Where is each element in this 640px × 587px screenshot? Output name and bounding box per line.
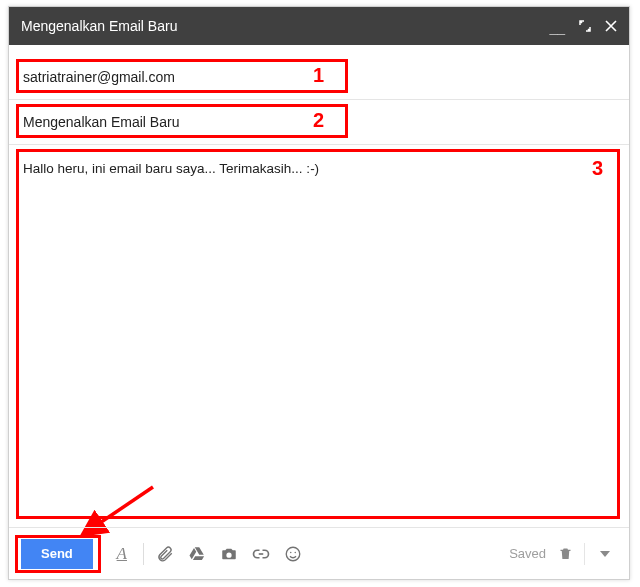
drive-icon[interactable] xyxy=(182,539,212,569)
to-field[interactable] xyxy=(21,62,617,92)
svg-point-3 xyxy=(294,551,296,553)
emoji-icon[interactable] xyxy=(278,539,308,569)
footer-left: Send A xyxy=(21,539,308,569)
footer-right: Saved xyxy=(509,539,617,569)
svg-point-1 xyxy=(286,547,300,561)
to-row: 1 xyxy=(21,55,617,99)
compose-window: Mengenalkan Email Baru __ 1 xyxy=(8,6,630,580)
window-controls: __ xyxy=(549,19,617,33)
minimize-icon[interactable]: __ xyxy=(549,21,565,35)
link-icon[interactable] xyxy=(246,539,276,569)
close-icon[interactable] xyxy=(605,20,617,32)
toolbar-divider xyxy=(143,543,144,565)
titlebar: Mengenalkan Email Baru __ xyxy=(9,7,629,45)
footer: Send A xyxy=(9,527,629,579)
saved-label: Saved xyxy=(509,546,546,561)
window-title: Mengenalkan Email Baru xyxy=(21,18,177,34)
photo-icon[interactable] xyxy=(214,539,244,569)
svg-point-2 xyxy=(290,551,292,553)
body-field[interactable] xyxy=(21,155,617,527)
expand-icon[interactable] xyxy=(579,20,591,32)
body-area: 3 xyxy=(21,145,617,527)
send-button[interactable]: Send xyxy=(21,539,93,569)
attach-icon[interactable] xyxy=(150,539,180,569)
compose-content: 1 2 3 xyxy=(9,45,629,527)
toolbar-divider xyxy=(584,543,585,565)
formatting-button[interactable]: A xyxy=(107,539,137,569)
more-options-button[interactable] xyxy=(593,549,617,559)
subject-field[interactable] xyxy=(21,107,617,137)
subject-row: 2 xyxy=(21,100,617,144)
trash-icon[interactable] xyxy=(554,539,576,569)
